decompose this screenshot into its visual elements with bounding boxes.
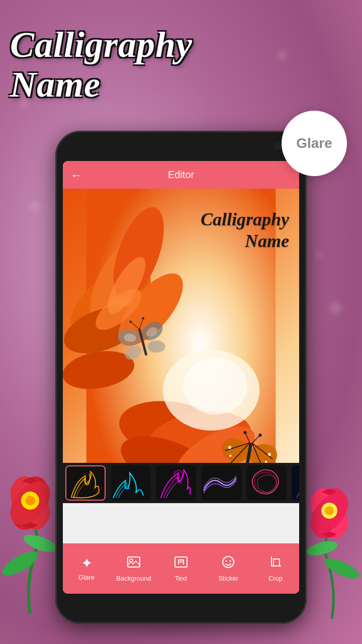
- phone-camera: [274, 142, 282, 150]
- toolbar-item-sticker[interactable]: Sticker: [205, 555, 252, 582]
- phone-notch: [151, 141, 211, 151]
- canvas-image: Calligraphy Name: [63, 189, 299, 503]
- glare-badge[interactable]: Glare: [282, 111, 347, 176]
- crop-icon: [268, 555, 283, 572]
- sticker-icon: [221, 555, 235, 572]
- canvas-calligraphy-line2: Name: [201, 230, 289, 252]
- editor-title: Editor: [168, 169, 194, 181]
- svg-point-0: [0, 547, 41, 580]
- svg-point-17: [325, 506, 334, 515]
- sticker-label: Sticker: [218, 575, 238, 582]
- svg-rect-74: [274, 559, 280, 566]
- svg-point-36: [148, 341, 165, 353]
- glare-thumbnail-5[interactable]: [246, 465, 287, 501]
- glare-thumbnail-3[interactable]: [156, 465, 196, 501]
- glare-thumbnail-1[interactable]: [65, 465, 106, 501]
- app-title-line1: Calligraphy: [10, 25, 193, 65]
- bokeh-3: [30, 201, 40, 211]
- editor-header: ← Editor: [63, 161, 299, 189]
- svg-point-32: [183, 358, 247, 415]
- toolbar-item-crop[interactable]: Crop: [252, 555, 299, 582]
- canvas-area[interactable]: Calligraphy Name: [63, 189, 299, 503]
- svg-point-9: [322, 554, 362, 583]
- bokeh-4: [316, 252, 322, 258]
- toolbar-item-background[interactable]: Background: [110, 555, 157, 582]
- bokeh-6: [10, 176, 14, 180]
- toolbar-item-glare[interactable]: ✦ Glare: [63, 556, 110, 581]
- back-button[interactable]: ←: [70, 168, 82, 182]
- background-label: Background: [116, 575, 151, 582]
- svg-point-73: [230, 560, 231, 562]
- svg-point-71: [223, 556, 234, 568]
- crop-label: Crop: [268, 575, 283, 582]
- app-title: Calligraphy Name: [10, 25, 193, 105]
- svg-point-8: [25, 496, 35, 506]
- canvas-calligraphy-line1: Calligraphy: [201, 209, 289, 230]
- canvas-text-overlay: Calligraphy Name: [201, 209, 289, 252]
- glare-badge-label: Glare: [296, 135, 332, 151]
- svg-point-69: [130, 559, 133, 562]
- phone-outer: ← Editor: [55, 131, 307, 624]
- phone-mockup: ← Editor: [55, 131, 307, 624]
- svg-point-10: [305, 538, 339, 558]
- toolbar-item-text[interactable]: Text: [157, 555, 205, 582]
- bokeh-7: [329, 302, 342, 314]
- glare-icon: ✦: [81, 556, 93, 571]
- glare-thumbnail-4[interactable]: [201, 465, 241, 501]
- app-title-line2: Name: [10, 65, 193, 105]
- glare-label: Glare: [78, 574, 95, 581]
- svg-rect-68: [128, 557, 140, 567]
- bottom-toolbar: ✦ Glare Background: [63, 543, 299, 594]
- text-label: Text: [175, 575, 187, 582]
- bokeh-5: [278, 50, 287, 59]
- phone-screen: ← Editor: [63, 161, 299, 594]
- text-icon: [174, 555, 188, 572]
- svg-point-72: [226, 560, 227, 562]
- svg-point-1: [22, 531, 59, 555]
- glare-thumbnail-2[interactable]: [111, 465, 151, 501]
- glare-thumbnail-6[interactable]: [292, 465, 299, 501]
- background-icon: [127, 555, 141, 572]
- glare-strip: [63, 463, 299, 503]
